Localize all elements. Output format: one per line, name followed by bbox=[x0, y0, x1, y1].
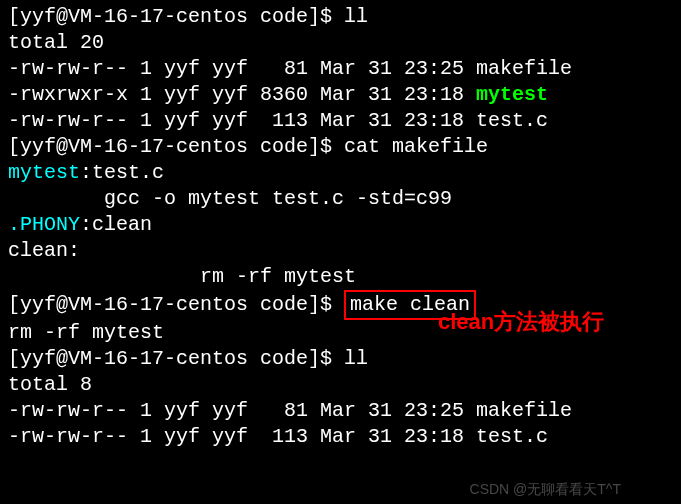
output-total: total 8 bbox=[8, 372, 673, 398]
terminal-line: [yyf@VM-16-17-centos code]$ ll bbox=[8, 346, 673, 372]
shell-prompt: [yyf@VM-16-17-centos code]$ bbox=[8, 5, 344, 28]
command-text: ll bbox=[344, 347, 368, 370]
makefile-line: rm -rf mytest bbox=[8, 264, 673, 290]
ls-row: -rwxrwxr-x 1 yyf yyf 8360 Mar 31 23:18 m… bbox=[8, 82, 673, 108]
command-text: ll bbox=[344, 5, 368, 28]
makefile-line: mytest:test.c bbox=[8, 160, 673, 186]
ls-row: -rw-rw-r-- 1 yyf yyf 113 Mar 31 23:18 te… bbox=[8, 424, 673, 450]
phony-target: clean bbox=[92, 213, 152, 236]
output-total: total 20 bbox=[8, 30, 673, 56]
shell-prompt: [yyf@VM-16-17-centos code]$ bbox=[8, 293, 344, 316]
make-target: mytest bbox=[8, 161, 80, 184]
command-text: cat makefile bbox=[344, 135, 488, 158]
terminal-line: [yyf@VM-16-17-centos code]$ cat makefile bbox=[8, 134, 673, 160]
shell-prompt: [yyf@VM-16-17-centos code]$ bbox=[8, 347, 344, 370]
ls-row: -rw-rw-r-- 1 yyf yyf 81 Mar 31 23:25 mak… bbox=[8, 56, 673, 82]
makefile-line: clean: bbox=[8, 238, 673, 264]
ls-row: -rw-rw-r-- 1 yyf yyf 113 Mar 31 23:18 te… bbox=[8, 108, 673, 134]
ls-perms: -rwxrwxr-x 1 yyf yyf 8360 Mar 31 23:18 bbox=[8, 83, 476, 106]
executable-name: mytest bbox=[476, 83, 548, 106]
annotation-label: clean方法被执行 bbox=[438, 308, 604, 337]
make-dep: test.c bbox=[92, 161, 164, 184]
watermark-text: CSDN @无聊看看天T^T bbox=[470, 480, 621, 498]
phony-label: .PHONY bbox=[8, 213, 80, 236]
shell-prompt: [yyf@VM-16-17-centos code]$ bbox=[8, 135, 344, 158]
makefile-line: .PHONY:clean bbox=[8, 212, 673, 238]
terminal-line: [yyf@VM-16-17-centos code]$ ll bbox=[8, 4, 673, 30]
makefile-line: gcc -o mytest test.c -std=c99 bbox=[8, 186, 673, 212]
ls-row: -rw-rw-r-- 1 yyf yyf 81 Mar 31 23:25 mak… bbox=[8, 398, 673, 424]
